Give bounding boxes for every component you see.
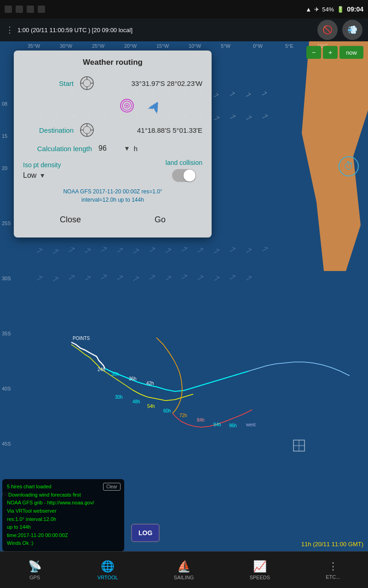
svg-line-96 — [85, 277, 91, 280]
svg-line-52 — [214, 118, 219, 120]
svg-line-58 — [262, 116, 268, 118]
svg-line-115 — [232, 275, 236, 276]
nav-item-vrtool[interactable]: 🌐 VRTOOL — [90, 557, 126, 583]
navigation-arrow-icon[interactable]: ⮝ — [146, 97, 165, 117]
dialog-title: Weather routing — [23, 58, 202, 67]
density-label: Iso pt density — [23, 161, 61, 169]
svg-line-111 — [200, 276, 203, 277]
svg-text:west: west — [246, 422, 256, 427]
etc-icon: ⋮ — [328, 560, 338, 572]
lon-label-10w: 10°W — [189, 43, 201, 49]
svg-line-59 — [265, 114, 268, 116]
start-crosshair-icon[interactable] — [78, 74, 96, 92]
top-action-icons: 🚫 💨 — [317, 20, 362, 40]
svg-line-95 — [71, 275, 75, 276]
svg-line-56 — [246, 117, 252, 119]
start-row: Start 33°31.97'S 28°02.23'W — [23, 74, 202, 92]
close-button[interactable]: Close — [46, 211, 95, 228]
svg-line-84 — [230, 249, 236, 252]
plus-button[interactable]: + — [323, 46, 338, 59]
destination-row: Destination 41°18.88'S 5°01.33'E — [23, 121, 202, 139]
no-signal-button[interactable]: 🚫 — [317, 20, 338, 40]
svg-line-69 — [104, 247, 107, 248]
nav-item-etc[interactable]: ⋮ ETC... — [318, 558, 347, 582]
svg-line-66 — [85, 249, 91, 253]
svg-line-88 — [262, 248, 268, 251]
target-icon[interactable] — [119, 97, 135, 116]
wind-button[interactable]: 💨 — [342, 20, 362, 40]
density-section: Iso pt density Low ▼ — [23, 161, 61, 180]
svg-line-67 — [87, 249, 91, 249]
svg-line-100 — [117, 277, 123, 280]
status-left-icons — [5, 6, 45, 13]
lon-label-25w: 25°W — [92, 43, 104, 49]
density-dropdown-arrow[interactable]: ▼ — [39, 172, 46, 179]
svg-line-72 — [133, 250, 139, 253]
svg-text:30h: 30h — [115, 395, 123, 400]
clear-log-button[interactable]: Clear — [103, 483, 121, 491]
nav-item-gps[interactable]: 📡 GPS — [21, 557, 49, 583]
lon-label-0w: 0°W — [253, 43, 263, 49]
lat-label-45s: 45S — [2, 441, 11, 447]
bottom-timestamp: 11h (20/11 11:00 GMT) — [301, 541, 363, 548]
go-button[interactable]: Go — [141, 211, 179, 228]
lat-label-15: 15 — [2, 133, 7, 139]
nav-icon — [27, 6, 34, 13]
svg-line-87 — [248, 249, 252, 249]
weather-dialog: Weather routing Start 33°31.97'S 28°02.2… — [14, 51, 212, 237]
svg-line-94 — [69, 276, 75, 279]
email-icon — [38, 6, 45, 13]
menu-dots[interactable]: ⋮ — [6, 25, 14, 35]
log-button[interactable]: LOG — [131, 524, 160, 542]
svg-text:72h: 72h — [179, 413, 187, 418]
svg-line-62 — [53, 250, 58, 254]
land-collision-toggle[interactable] — [172, 169, 196, 182]
nav-item-sailing[interactable]: ⛵ SAILING — [167, 557, 201, 583]
svg-line-78 — [182, 248, 187, 251]
svg-line-102 — [133, 277, 139, 281]
svg-line-103 — [136, 277, 139, 277]
svg-line-107 — [168, 276, 171, 277]
battery-percent: 54% — [322, 6, 334, 13]
svg-text:42h: 42h — [146, 381, 154, 386]
calc-unit: h — [134, 145, 138, 153]
calc-length-label: Calculation length — [23, 145, 92, 153]
svg-line-29 — [264, 91, 267, 93]
svg-line-93 — [55, 277, 58, 278]
svg-point-144 — [126, 105, 128, 107]
lat-label-25s: 25S — [2, 220, 11, 226]
log-text: 5 hires chart loaded Downloading wind fo… — [7, 483, 101, 548]
green-button-group: − + now — [306, 46, 363, 59]
svg-text:60h: 60h — [163, 408, 171, 413]
svg-line-86 — [246, 249, 252, 253]
svg-line-114 — [230, 276, 236, 279]
lat-label-08: 08 — [2, 101, 7, 107]
lat-label-40s: 40S — [2, 386, 11, 391]
now-button[interactable]: now — [339, 46, 363, 59]
map-clock-icon[interactable]: ⏱ — [339, 156, 359, 176]
toggle-thumb — [184, 170, 196, 181]
svg-line-64 — [69, 249, 75, 252]
svg-line-116 — [246, 277, 252, 280]
start-label: Start — [23, 79, 74, 87]
svg-line-27 — [248, 93, 251, 94]
airplane-icon: ✈ — [314, 6, 319, 13]
sailing-icon: ⛵ — [177, 560, 191, 573]
svg-text:54h: 54h — [147, 404, 155, 409]
svg-line-53 — [217, 116, 219, 118]
destination-crosshair-icon[interactable] — [78, 121, 96, 139]
lon-label-30w: 30°W — [60, 43, 72, 49]
svg-line-91 — [39, 276, 42, 277]
minus-button[interactable]: − — [306, 46, 321, 59]
svg-line-25 — [232, 92, 235, 93]
nav-item-speeds[interactable]: 📈 SPEEDS — [242, 557, 277, 583]
land-collision-section: land collision — [166, 159, 202, 182]
svg-line-98 — [101, 276, 107, 279]
lat-label-35s: 35S — [2, 331, 11, 336]
wifi-icon: ▲ — [305, 6, 311, 13]
status-bar: ▲ ✈ 54% 🔋 09:04 — [0, 0, 368, 18]
density-dropdown[interactable]: Low ▼ — [23, 171, 46, 180]
svg-line-82 — [214, 250, 219, 253]
svg-line-79 — [184, 247, 187, 248]
calc-dropdown-arrow[interactable]: ▼ — [124, 145, 130, 152]
